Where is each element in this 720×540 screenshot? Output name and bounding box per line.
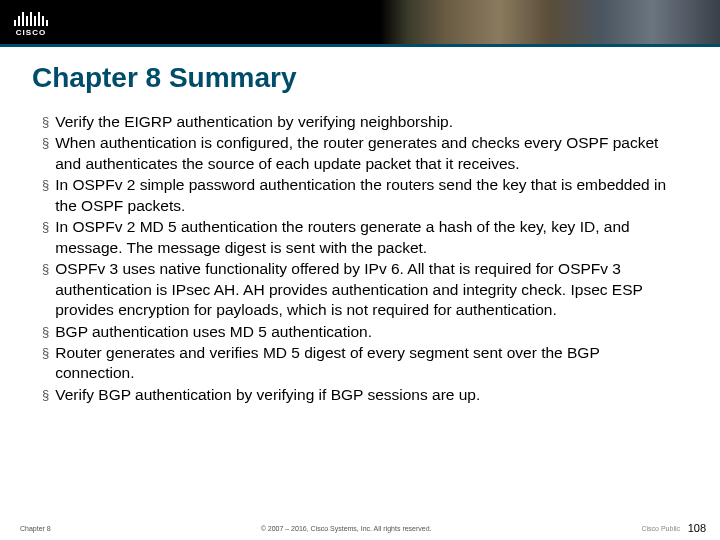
footer-copyright: © 2007 – 2016, Cisco Systems, Inc. All r… — [51, 525, 642, 532]
header-photo-strip — [380, 0, 720, 44]
header-divider — [0, 44, 720, 47]
list-item: §BGP authentication uses MD 5 authentica… — [42, 322, 680, 342]
bullet-text: Verify BGP authentication by verifying i… — [55, 385, 680, 405]
bullet-text: In OSPFv 2 simple password authenticatio… — [55, 175, 680, 216]
list-item: §In OSPFv 2 MD 5 authentication the rout… — [42, 217, 680, 258]
list-item: §When authentication is configured, the … — [42, 133, 680, 174]
bullet-icon: § — [42, 259, 49, 279]
cisco-logo: CISCO — [14, 8, 48, 37]
bullet-icon: § — [42, 133, 49, 153]
footer: Chapter 8 © 2007 – 2016, Cisco Systems, … — [0, 525, 720, 532]
bullet-icon: § — [42, 217, 49, 237]
bullet-text: In OSPFv 2 MD 5 authentication the route… — [55, 217, 680, 258]
cisco-logo-text: CISCO — [16, 28, 46, 37]
bullet-icon: § — [42, 343, 49, 363]
list-item: §Verify the EIGRP authentication by veri… — [42, 112, 680, 132]
bullet-icon: § — [42, 385, 49, 405]
bullet-text: When authentication is configured, the r… — [55, 133, 680, 174]
footer-classification: Cisco Public — [641, 525, 680, 532]
list-item: §OSPFv 3 uses native functionality offer… — [42, 259, 680, 320]
bullet-text: Verify the EIGRP authentication by verif… — [55, 112, 680, 132]
bullet-text: OSPFv 3 uses native functionality offere… — [55, 259, 680, 320]
bullet-list: §Verify the EIGRP authentication by veri… — [42, 112, 680, 405]
list-item: §Router generates and verifies MD 5 dige… — [42, 343, 680, 384]
header-bar: CISCO — [0, 0, 720, 44]
bullet-text: Router generates and verifies MD 5 diges… — [55, 343, 680, 384]
list-item: §Verify BGP authentication by verifying … — [42, 385, 680, 405]
bullet-icon: § — [42, 112, 49, 132]
list-item: §In OSPFv 2 simple password authenticati… — [42, 175, 680, 216]
bullet-icon: § — [42, 175, 49, 195]
footer-chapter: Chapter 8 — [20, 525, 51, 532]
page-number: 108 — [688, 522, 706, 534]
bullet-icon: § — [42, 322, 49, 342]
slide-title: Chapter 8 Summary — [32, 62, 720, 94]
cisco-logo-icon — [14, 8, 48, 26]
bullet-text: BGP authentication uses MD 5 authenticat… — [55, 322, 680, 342]
